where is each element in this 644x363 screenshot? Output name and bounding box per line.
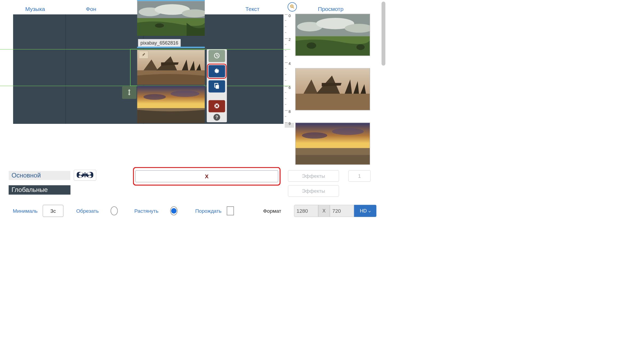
column-divider xyxy=(66,14,66,124)
effects-button-1[interactable]: Эффекты xyxy=(288,170,339,182)
clock-icon xyxy=(214,53,220,60)
duration-button[interactable] xyxy=(208,50,225,62)
svg-line-1 xyxy=(293,7,294,8)
hd-preset-button[interactable]: HD xyxy=(354,205,376,217)
delete-icon xyxy=(214,103,220,110)
preview-thumb-2[interactable] xyxy=(295,68,370,110)
vertical-scrollbar[interactable] xyxy=(381,2,385,66)
svg-point-38 xyxy=(88,175,91,177)
svg-rect-34 xyxy=(296,148,370,155)
caret-down-icon xyxy=(368,208,371,214)
svg-point-9 xyxy=(155,23,164,28)
effects-button-2[interactable]: Эффекты xyxy=(288,185,339,197)
tab-text[interactable]: Текст xyxy=(208,6,297,12)
svg-point-36 xyxy=(87,172,91,175)
svg-point-27 xyxy=(356,44,365,50)
clip-filename-label: pixabay_6562816 xyxy=(138,39,181,47)
svg-rect-39 xyxy=(84,172,86,177)
generate-label: Порождать xyxy=(195,208,222,214)
minimal-label: Минималь xyxy=(13,208,38,214)
crop-radio[interactable] xyxy=(111,206,118,215)
svg-point-37 xyxy=(79,175,82,177)
magnifier-plus-icon xyxy=(290,4,295,10)
settings-button-highlight xyxy=(207,64,227,79)
delete-button[interactable] xyxy=(208,100,225,112)
svg-point-32 xyxy=(332,128,364,135)
preview-column xyxy=(295,14,371,177)
layer-tab-global[interactable]: Глобальные xyxy=(9,185,70,194)
format-label: Формат xyxy=(263,208,281,214)
transition-preview[interactable] xyxy=(74,170,96,181)
crop-label: Обрезать xyxy=(76,208,99,214)
pin-icon xyxy=(142,52,146,57)
close-panel-highlight: X xyxy=(133,167,281,186)
layer-tab-main[interactable]: Основной xyxy=(9,171,70,180)
clip-toolbar: ? xyxy=(207,49,227,122)
copy-icon xyxy=(214,83,220,90)
butterfly-icon xyxy=(75,170,95,180)
preview-heading: Просмотр xyxy=(318,6,344,12)
stretch-radio[interactable] xyxy=(170,206,177,215)
effects-count: 1 xyxy=(348,170,371,182)
preview-thumb-3[interactable] xyxy=(295,123,370,165)
gear-icon xyxy=(214,68,220,75)
svg-point-14 xyxy=(171,90,199,97)
timeline-clip-3[interactable] xyxy=(137,86,205,123)
close-panel-button[interactable]: X xyxy=(135,170,278,183)
svg-point-26 xyxy=(307,42,316,49)
svg-point-35 xyxy=(79,172,83,175)
preview-thumb-1[interactable] xyxy=(295,14,370,56)
settings-button[interactable] xyxy=(208,65,225,77)
tab-music[interactable]: Музыка xyxy=(13,6,58,12)
format-height-input[interactable] xyxy=(330,205,354,217)
tab-background[interactable]: Фон xyxy=(58,6,125,12)
question-icon: ? xyxy=(216,115,218,120)
help-button[interactable]: ? xyxy=(214,114,220,121)
format-group: X HD xyxy=(294,205,376,217)
svg-point-31 xyxy=(302,132,327,139)
bottom-controls: Минималь Обрезать Растянуть Порождать Фо… xyxy=(13,205,376,217)
copy-button[interactable] xyxy=(208,80,225,93)
generate-checkbox[interactable] xyxy=(227,206,234,215)
resize-handle[interactable] xyxy=(122,86,136,99)
svg-point-13 xyxy=(143,94,166,100)
clip-selection-bar xyxy=(137,47,205,48)
format-width-input[interactable] xyxy=(294,205,318,217)
format-separator: X xyxy=(318,205,330,217)
timeline-clip-1[interactable] xyxy=(137,0,205,36)
pin-clip-button[interactable] xyxy=(139,51,148,59)
stretch-label: Растянуть xyxy=(134,208,159,214)
time-ruler: 0 2 4 6 8 9 xyxy=(285,14,294,125)
svg-rect-29 xyxy=(296,94,370,110)
vertical-arrows-icon xyxy=(127,89,131,96)
minimal-input[interactable] xyxy=(43,205,63,217)
zoom-in-button[interactable] xyxy=(288,2,297,11)
